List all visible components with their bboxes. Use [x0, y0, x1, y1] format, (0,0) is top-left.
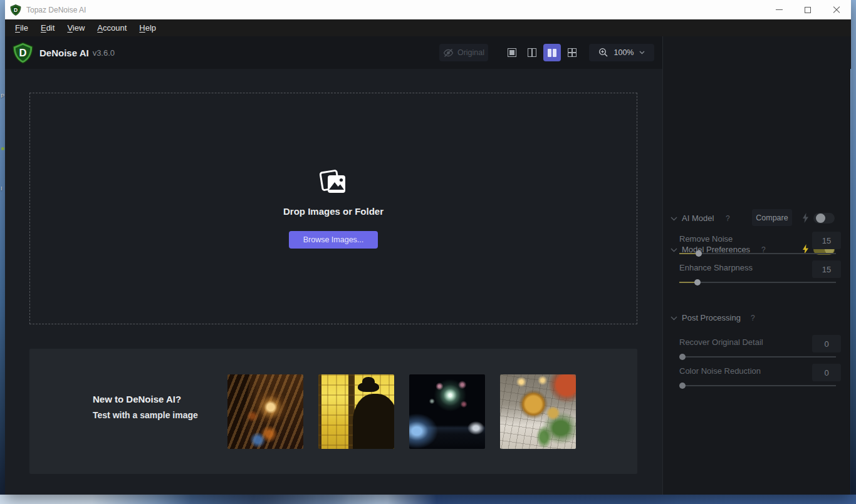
split-view-icon — [528, 48, 536, 57]
ai-model-section-header[interactable]: AI Model ? Compare — [663, 212, 851, 231]
browse-images-button[interactable]: Browse Images... — [289, 231, 378, 249]
menu-file[interactable]: File — [9, 19, 34, 36]
remove-noise-value[interactable]: 15 — [812, 232, 841, 249]
dropzone-title: Drop Images or Folder — [283, 206, 384, 217]
view-split-button[interactable] — [523, 44, 541, 61]
color-noise-reduction-value[interactable]: 0 — [812, 364, 841, 381]
zoom-control[interactable]: 100% — [589, 44, 654, 61]
color-noise-reduction-slider[interactable] — [679, 383, 836, 389]
menu-view[interactable]: View — [61, 19, 91, 36]
post-processing-label: Post Processing — [682, 313, 741, 322]
menu-help[interactable]: Help — [133, 19, 162, 36]
svg-text:D: D — [14, 7, 18, 13]
maximize-icon — [805, 7, 811, 13]
ai-model-auto-toggle[interactable] — [813, 213, 835, 224]
original-label: Original — [457, 48, 484, 57]
desktop-icon-fragment — [1, 147, 4, 150]
desktop-icon-letter: I — [1, 185, 3, 192]
close-icon — [833, 6, 840, 14]
app-window: D Topaz DeNoise AI File Edit View Accoun… — [5, 0, 851, 495]
samples-subheading: Test with a sample image — [93, 410, 198, 420]
settings-sidebar: AI Model ? Compare Model Preferences ? — [662, 36, 850, 495]
silhouette-figure — [353, 394, 394, 449]
chevron-down-icon — [671, 217, 677, 221]
menu-account[interactable]: Account — [91, 19, 133, 36]
view-mode-group — [503, 44, 581, 61]
view-quad-button[interactable] — [563, 44, 581, 61]
denoise-logo-icon: D — [12, 42, 34, 64]
sample-image-lodge-interior[interactable] — [227, 374, 303, 449]
chevron-down-icon — [671, 316, 677, 321]
app-version: v3.6.0 — [93, 48, 115, 58]
view-side-by-side-button[interactable] — [543, 44, 561, 61]
recover-original-detail-slider[interactable] — [679, 354, 836, 360]
side-by-side-view-icon — [548, 49, 556, 57]
enhance-sharpness-slider[interactable] — [679, 279, 836, 285]
ai-model-label: AI Model — [682, 213, 714, 223]
post-processing-section-header[interactable]: Post Processing ? — [663, 312, 851, 331]
remove-noise-slider[interactable] — [679, 250, 836, 257]
image-stack-icon — [318, 169, 349, 198]
view-single-button[interactable] — [503, 44, 521, 61]
svg-text:D: D — [19, 47, 27, 59]
close-button[interactable] — [822, 0, 851, 19]
post-processing-help-icon[interactable]: ? — [751, 314, 755, 322]
minimize-icon — [776, 9, 783, 10]
samples-panel: New to DeNoise AI? Test with a sample im… — [29, 349, 637, 474]
lightning-bolt-icon — [802, 213, 809, 223]
main-canvas: Drop Images or Folder Browse Images... N… — [5, 69, 662, 495]
chevron-down-icon — [671, 248, 677, 252]
silhouette-hat — [358, 382, 379, 392]
sample-image-stained-glass[interactable] — [318, 374, 394, 449]
compare-button[interactable]: Compare — [752, 209, 792, 226]
original-preview-button[interactable]: Original — [439, 44, 488, 61]
zoom-level: 100% — [614, 48, 634, 57]
maximize-button[interactable] — [793, 0, 822, 19]
app-name: DeNoise AI — [39, 48, 89, 58]
enhance-sharpness-value[interactable]: 15 — [812, 260, 841, 278]
quad-view-icon — [568, 48, 577, 57]
chevron-down-icon — [639, 51, 645, 54]
titlebar[interactable]: D Topaz DeNoise AI — [5, 0, 851, 19]
sample-image-cafe[interactable] — [500, 374, 576, 449]
recover-original-detail-value[interactable]: 0 — [812, 335, 841, 352]
zoom-in-icon — [598, 48, 608, 58]
desktop-icon-letter: P — [1, 93, 4, 99]
eye-off-icon — [443, 48, 454, 58]
sample-image-fireworks[interactable] — [409, 374, 485, 449]
image-drop-zone[interactable]: Drop Images or Folder Browse Images... — [29, 93, 637, 324]
desktop-wallpaper-strip — [0, 495, 856, 504]
single-view-icon — [508, 48, 516, 57]
window-title: Topaz DeNoise AI — [26, 6, 86, 14]
menubar: File Edit View Account Help — [5, 19, 851, 36]
app-shield-icon: D — [10, 4, 21, 16]
minimize-button[interactable] — [765, 0, 793, 19]
ai-model-help-icon[interactable]: ? — [726, 214, 730, 223]
samples-heading: New to DeNoise AI? — [93, 394, 198, 404]
menu-edit[interactable]: Edit — [34, 19, 61, 36]
